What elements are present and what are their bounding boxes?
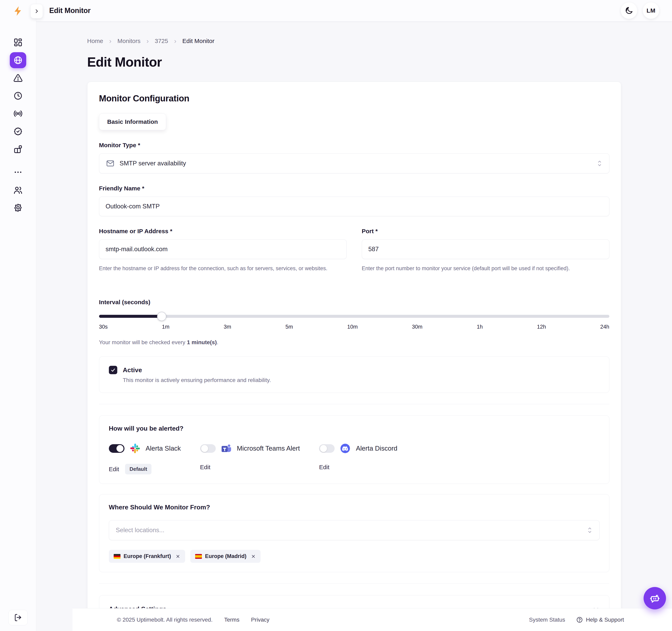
moon-stars-icon bbox=[625, 6, 633, 15]
toggle-knob bbox=[117, 445, 123, 452]
user-avatar[interactable]: LM bbox=[643, 2, 659, 19]
sidebar-collapse-button[interactable] bbox=[30, 4, 43, 18]
tick-label: 5m bbox=[285, 324, 293, 330]
sidebar-item-monitors[interactable] bbox=[10, 52, 26, 68]
tick-label: 10m bbox=[347, 324, 358, 330]
slack-icon bbox=[130, 443, 141, 454]
page-title: Edit Monitor bbox=[87, 54, 621, 70]
monitor-type-select[interactable]: SMTP server availability bbox=[99, 153, 609, 173]
slack-alert-toggle[interactable] bbox=[109, 444, 124, 453]
interval-summary-value: 1 minute(s) bbox=[187, 339, 217, 346]
breadcrumb-monitor-id[interactable]: 3725 bbox=[155, 37, 168, 44]
top-bar: Edit Monitor LM bbox=[36, 0, 672, 21]
discord-alert-toggle[interactable] bbox=[319, 444, 335, 453]
friendly-name-input[interactable] bbox=[99, 197, 609, 216]
avatar-initials: LM bbox=[647, 7, 655, 14]
dashboard-icon bbox=[14, 38, 23, 47]
blocks-icon bbox=[14, 145, 23, 154]
slider-track[interactable] bbox=[99, 315, 609, 318]
chat-assistant-fab[interactable] bbox=[644, 587, 666, 609]
badge-check-icon bbox=[14, 127, 23, 136]
radio-icon bbox=[14, 109, 23, 118]
mail-icon bbox=[106, 159, 115, 168]
sidebar bbox=[0, 0, 36, 631]
monitor-type-value: SMTP server availability bbox=[120, 160, 186, 167]
active-checkbox[interactable] bbox=[109, 366, 117, 374]
slider-fill bbox=[99, 315, 162, 318]
active-monitor-box: Active This monitor is actively ensuring… bbox=[99, 356, 609, 393]
chat-bot-icon bbox=[649, 592, 661, 604]
breadcrumb-current: Edit Monitor bbox=[182, 37, 214, 44]
alert-channel-discord: Alerta Discord Edit bbox=[319, 443, 397, 474]
select-chevrons-icon bbox=[587, 527, 593, 534]
terms-link[interactable]: Terms bbox=[224, 616, 239, 623]
active-description: This monitor is actively ensuring perfor… bbox=[123, 377, 600, 383]
top-bar-title: Edit Monitor bbox=[49, 6, 91, 15]
sidebar-item-broadcast[interactable] bbox=[10, 106, 26, 122]
location-tag-frankfurt: Europe (Frankfurt) bbox=[109, 550, 185, 563]
toggle-knob bbox=[320, 445, 327, 452]
copyright-text: © 2025 Uptimebolt. All rights reserved. bbox=[117, 616, 213, 623]
breadcrumb-monitors[interactable]: Monitors bbox=[118, 37, 141, 44]
remove-location-icon[interactable] bbox=[251, 554, 256, 559]
channel-name: Alerta Discord bbox=[356, 445, 397, 452]
tick-label: 30s bbox=[99, 324, 108, 330]
breadcrumb-separator: › bbox=[109, 37, 112, 45]
location-tag-label: Europe (Madrid) bbox=[205, 553, 246, 559]
interval-slider[interactable] bbox=[99, 315, 609, 318]
germany-flag-icon bbox=[114, 554, 120, 559]
sidebar-item-team[interactable] bbox=[10, 182, 26, 198]
logout-button[interactable] bbox=[8, 610, 28, 625]
interval-label: Interval (seconds) bbox=[99, 299, 609, 306]
teams-alert-toggle[interactable] bbox=[200, 444, 216, 453]
alerts-title: How will you be alerted? bbox=[109, 425, 600, 432]
tick-label: 30m bbox=[412, 324, 423, 330]
alert-triangle-icon bbox=[14, 73, 23, 83]
microsoft-teams-icon bbox=[221, 443, 232, 454]
clock-icon bbox=[14, 91, 23, 100]
edit-slack-link[interactable]: Edit bbox=[109, 466, 119, 473]
edit-teams-link[interactable]: Edit bbox=[200, 464, 211, 471]
edit-discord-link[interactable]: Edit bbox=[319, 464, 329, 471]
hostname-input[interactable] bbox=[99, 239, 346, 259]
sidebar-item-dashboard[interactable] bbox=[10, 34, 26, 50]
locations-title: Where Should We Monitor From? bbox=[109, 504, 600, 511]
main-content: Home › Monitors › 3725 › Edit Monitor Ed… bbox=[36, 21, 672, 631]
section-divider bbox=[99, 583, 609, 584]
sidebar-item-more[interactable] bbox=[10, 164, 26, 180]
select-chevrons-icon bbox=[597, 160, 602, 167]
interval-ticks: 30s 1m 3m 5m 10m 30m 1h 12h 24h bbox=[99, 324, 609, 330]
dark-mode-toggle-button[interactable] bbox=[621, 2, 637, 19]
alerts-box: How will you be alerted? Alerta Slack Ed… bbox=[99, 415, 609, 484]
active-label: Active bbox=[123, 367, 142, 374]
breadcrumb-home[interactable]: Home bbox=[87, 37, 103, 44]
port-label: Port * bbox=[362, 228, 609, 235]
breadcrumb-separator: › bbox=[174, 37, 176, 45]
card-title: Monitor Configuration bbox=[99, 93, 609, 103]
tick-label: 1m bbox=[162, 324, 169, 330]
slider-thumb[interactable] bbox=[157, 312, 166, 321]
remove-location-icon[interactable] bbox=[175, 554, 180, 559]
tab-basic-information[interactable]: Basic Information bbox=[99, 113, 166, 130]
sidebar-item-incidents[interactable] bbox=[10, 70, 26, 86]
hostname-helper-text: Enter the hostname or IP address for the… bbox=[99, 264, 346, 272]
privacy-link[interactable]: Privacy bbox=[251, 616, 269, 623]
sidebar-item-status-pages[interactable] bbox=[10, 123, 26, 140]
discord-icon bbox=[340, 443, 351, 454]
sidebar-item-settings[interactable] bbox=[10, 200, 26, 216]
gear-icon bbox=[14, 203, 23, 212]
alert-channel-slack: Alerta Slack Edit Default bbox=[109, 443, 181, 474]
sidebar-item-history[interactable] bbox=[10, 88, 26, 104]
ellipsis-icon bbox=[14, 168, 23, 177]
port-input[interactable] bbox=[362, 239, 609, 259]
tick-label: 1h bbox=[477, 324, 483, 330]
system-status-link[interactable]: System Status bbox=[529, 616, 565, 623]
spain-flag-icon bbox=[195, 554, 202, 559]
logout-icon bbox=[14, 613, 22, 622]
users-icon bbox=[14, 185, 23, 195]
locations-select[interactable]: Select locations... bbox=[109, 520, 600, 540]
app-logo-bolt-icon bbox=[13, 5, 23, 17]
help-circle-icon bbox=[576, 616, 583, 623]
help-support-link[interactable]: Help & Support bbox=[576, 616, 624, 623]
sidebar-item-integrations[interactable] bbox=[10, 141, 26, 157]
